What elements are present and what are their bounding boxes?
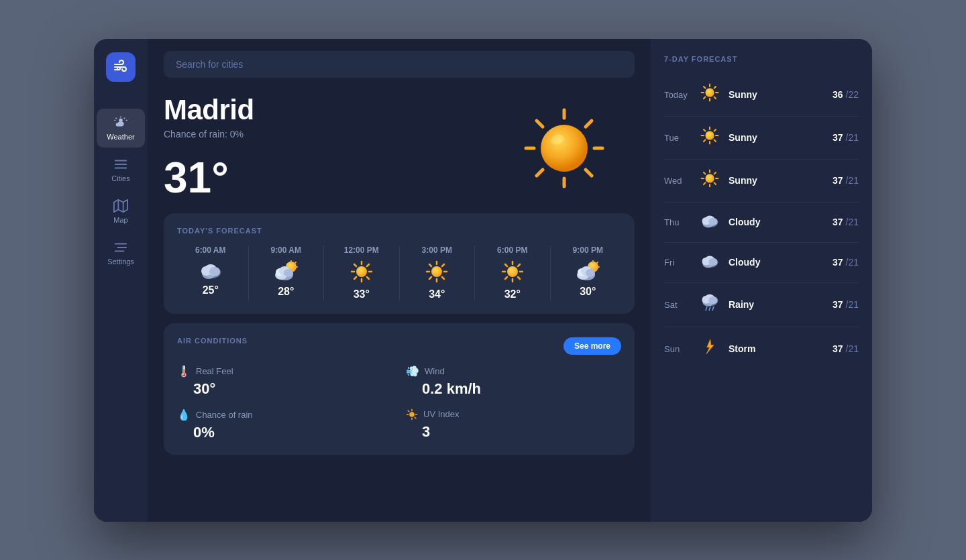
svg-line-93	[704, 139, 705, 141]
hourly-temp-5: 30°	[580, 286, 596, 298]
bottom-panels: TODAY'S FORECAST 6:00 AM 25°	[148, 203, 651, 522]
svg-line-17	[537, 170, 543, 176]
hourly-item-4: 6:00 PM	[479, 245, 546, 300]
hero-section: Madrid Chance of rain: 0% 31°	[148, 78, 651, 203]
svg-line-15	[586, 170, 592, 176]
svg-line-99	[704, 172, 705, 173]
day-name-fri: Fri	[664, 258, 691, 268]
svg-line-50	[429, 277, 431, 279]
hero-left: Madrid Chance of rain: 0% 31°	[164, 94, 254, 203]
wind-icon	[113, 59, 129, 75]
svg-line-59	[505, 277, 507, 279]
sun-graphic	[521, 105, 608, 192]
svg-line-119	[706, 306, 707, 310]
svg-line-27	[295, 262, 296, 263]
air-label-rain: Chance of rain	[196, 410, 253, 420]
cloudy-thu-icon	[700, 212, 719, 228]
day-forecast-today: Today Sunny 36 /22	[664, 74, 859, 117]
sidebar-label-settings: Settings	[107, 258, 134, 266]
svg-line-58	[518, 264, 520, 266]
air-conditions-panel: AIR CONDITIONS See more 🌡️ Real Feel 30°	[164, 323, 635, 455]
sidebar-label-weather: Weather	[107, 133, 134, 141]
svg-line-90	[704, 129, 705, 130]
divider-3	[474, 245, 475, 300]
svg-line-38	[354, 264, 356, 266]
hourly-time-5: 9:00 PM	[573, 245, 603, 255]
cloud-sun-icon-5	[575, 260, 600, 280]
day-condition-sun: Storm	[729, 343, 833, 354]
svg-line-92	[714, 129, 716, 130]
see-more-button[interactable]: See more	[564, 337, 621, 355]
day-icon-sun	[696, 337, 723, 361]
sidebar-item-settings[interactable]: Settings	[97, 233, 145, 272]
sidebar-item-weather[interactable]: Weather	[97, 109, 145, 148]
hourly-time-1: 9:00 AM	[270, 245, 301, 255]
day-condition-fri: Cloudy	[729, 257, 833, 268]
svg-line-100	[714, 182, 716, 184]
svg-line-73	[408, 410, 409, 412]
svg-line-120	[709, 306, 710, 310]
divider-4	[550, 245, 551, 300]
hourly-time-4: 6:00 PM	[497, 245, 527, 255]
day-temps-today: 36 /22	[833, 89, 859, 100]
day-icon-fri	[696, 252, 723, 273]
day-condition-tue: Sunny	[729, 132, 833, 143]
hourly-item-5: 9:00 PM	[555, 245, 622, 300]
today-forecast-panel: TODAY'S FORECAST 6:00 AM 25°	[164, 213, 635, 314]
city-name: Madrid	[164, 94, 254, 126]
svg-line-41	[354, 277, 356, 279]
svg-line-82	[714, 97, 716, 98]
svg-line-91	[714, 139, 716, 141]
sunny-icon-4	[501, 260, 524, 283]
svg-line-49	[442, 264, 444, 266]
air-conditions-grid: 🌡️ Real Feel 30° 💨 Wind 0.2 km/h	[177, 365, 621, 441]
svg-line-16	[586, 121, 592, 127]
hourly-temp-0: 25°	[203, 284, 219, 296]
svg-line-56	[505, 264, 507, 266]
day-icon-wed	[696, 169, 723, 192]
svg-line-84	[704, 97, 705, 98]
search-input[interactable]	[164, 51, 635, 78]
air-conditions-header: AIR CONDITIONS See more	[177, 337, 621, 355]
sunny-wed-icon	[700, 169, 719, 188]
sidebar-item-cities[interactable]: Cities	[97, 150, 145, 189]
day-forecast-sat: Sat Rainy	[664, 283, 859, 327]
map-icon	[113, 199, 128, 213]
seven-day-title: 7-DAY FORECAST	[664, 55, 859, 63]
svg-point-103	[705, 174, 714, 182]
day-temps-sat: 37 /21	[833, 299, 859, 310]
divider-2	[399, 245, 400, 300]
hourly-temp-1: 28°	[278, 286, 294, 298]
rain-chance: Chance of rain: 0%	[164, 129, 254, 139]
air-conditions-title: AIR CONDITIONS	[177, 337, 248, 345]
thermometer-icon: 🌡️	[177, 365, 191, 378]
settings-icon	[113, 240, 128, 255]
hourly-temp-2: 33°	[354, 288, 370, 300]
divider-0	[248, 245, 249, 300]
day-condition-today: Sunny	[729, 89, 833, 100]
svg-line-57	[518, 277, 520, 279]
air-value-real-feel: 30°	[193, 380, 392, 398]
svg-line-81	[704, 86, 705, 87]
day-forecast-wed: Wed Sunny 37 /21	[664, 160, 859, 203]
svg-line-14	[537, 121, 543, 127]
svg-line-63	[597, 262, 598, 263]
svg-point-51	[431, 266, 442, 277]
cloud-icon-0	[199, 260, 222, 279]
day-condition-thu: Cloudy	[729, 217, 833, 227]
current-temperature: 31°	[164, 153, 254, 203]
svg-point-69	[586, 269, 595, 277]
sidebar: Weather Cities Map	[94, 39, 148, 522]
rainy-sat-icon	[700, 292, 719, 313]
svg-line-40	[367, 264, 369, 266]
day-icon-thu	[696, 212, 723, 233]
today-forecast-title: TODAY'S FORECAST	[177, 227, 621, 235]
svg-line-74	[415, 417, 416, 418]
day-temps-sun: 37 /21	[833, 343, 859, 354]
sidebar-nav: Weather Cities Map	[94, 109, 148, 272]
hourly-time-3: 3:00 PM	[422, 245, 452, 255]
sidebar-item-map[interactable]: Map	[97, 192, 145, 231]
svg-point-108	[708, 217, 717, 225]
day-forecast-thu: Thu Cloudy 37 /21	[664, 203, 859, 243]
hourly-item-3: 3:00 PM	[404, 245, 471, 300]
